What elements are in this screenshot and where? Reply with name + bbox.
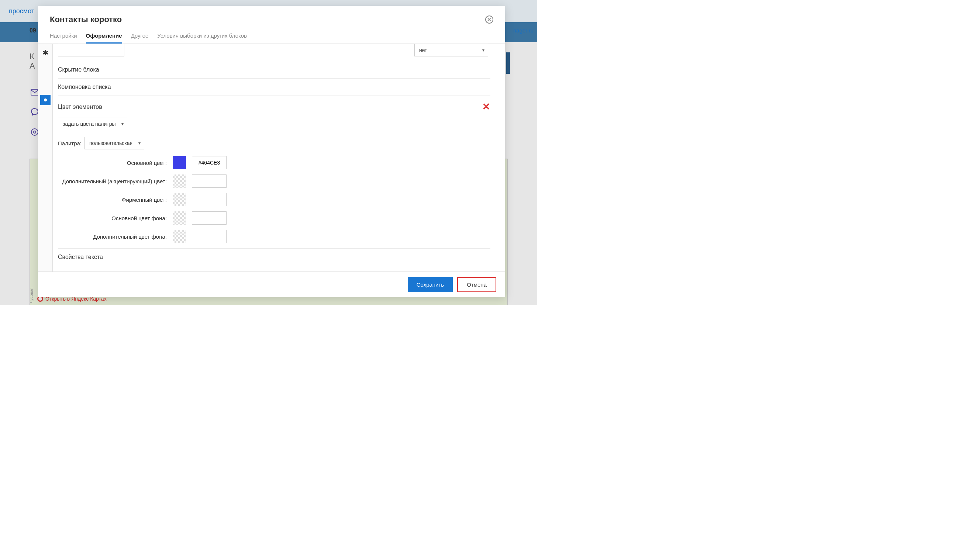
tab-conditions[interactable]: Условия выборки из других блоков: [157, 29, 247, 44]
section-text-props-title: Свойства текста: [58, 254, 490, 261]
color-input-bg-extra[interactable]: [192, 230, 227, 243]
color-label-accent: Дополнительный (акцентирующий) цвет:: [58, 178, 167, 184]
modal-title: Контакты коротко: [50, 15, 122, 24]
top-row: нет: [58, 44, 490, 61]
color-line-bg-extra: Дополнительный цвет фона:: [58, 230, 490, 243]
modal-header: Контакты коротко ✕: [38, 6, 505, 29]
section-layout-title: Компоновка списка: [58, 84, 490, 90]
delete-color-section[interactable]: ✕: [482, 101, 490, 112]
color-label-bg-main: Основной цвет фона:: [58, 215, 167, 221]
modal-footer: Сохранить Отмена: [38, 272, 505, 297]
color-section-body: задать цвета палитры Палитра: пользовате…: [58, 112, 490, 243]
section-text-props[interactable]: Свойства текста: [58, 249, 490, 265]
tab-other[interactable]: Другое: [131, 29, 149, 44]
palette-label: Палитра:: [58, 140, 82, 147]
color-mode-select[interactable]: задать цвета палитры: [58, 118, 127, 130]
palette-row: Палитра: пользовательская: [58, 137, 490, 150]
tab-design[interactable]: Оформление: [86, 29, 122, 44]
swatch-brand[interactable]: [173, 193, 186, 206]
modal-tabs: Настройки Оформление Другое Условия выбо…: [38, 29, 505, 44]
cancel-button[interactable]: Отмена: [457, 277, 496, 292]
rail-dot-icon: [40, 95, 51, 105]
modal-body: ✱ нет Скрытие блока Компоновка списк: [38, 44, 505, 272]
color-section-header: Цвет элементов ✕: [58, 101, 490, 112]
color-input-bg-main[interactable]: [192, 212, 227, 225]
section-element-colors: Цвет элементов ✕ задать цвета палитры Па…: [58, 96, 490, 249]
modal-content: нет Скрытие блока Компоновка списка Цвет…: [53, 44, 505, 272]
section-colors-title: Цвет элементов: [58, 104, 102, 110]
section-list-layout[interactable]: Компоновка списка: [58, 78, 490, 96]
palette-select-wrap: пользовательская: [85, 137, 144, 150]
width-input[interactable]: [58, 44, 124, 57]
tab-settings[interactable]: Настройки: [50, 29, 77, 44]
section-hide-block[interactable]: Скрытие блока: [58, 61, 490, 78]
color-line-accent: Дополнительный (акцентирующий) цвет:: [58, 174, 490, 188]
color-grid: Основной цвет: Дополнительный (акцентиру…: [58, 156, 490, 243]
color-input-brand[interactable]: [192, 193, 227, 206]
rail-star-icon: ✱: [40, 47, 51, 58]
modal: Контакты коротко ✕ Настройки Оформление …: [38, 6, 505, 297]
color-label-bg-extra: Дополнительный цвет фона:: [58, 233, 167, 240]
color-line-main: Основной цвет:: [58, 156, 490, 169]
section-hide-title: Скрытие блока: [58, 67, 490, 73]
top-right-select[interactable]: нет: [414, 44, 488, 57]
color-input-main[interactable]: [192, 156, 227, 169]
save-button[interactable]: Сохранить: [408, 277, 453, 292]
color-line-brand: Фирменный цвет:: [58, 193, 490, 206]
close-button[interactable]: ✕: [485, 15, 493, 24]
color-mode-select-wrap: задать цвета палитры: [58, 118, 127, 130]
swatch-accent[interactable]: [173, 174, 186, 188]
color-label-brand: Фирменный цвет:: [58, 197, 167, 203]
swatch-bg-extra[interactable]: [173, 230, 186, 243]
palette-select[interactable]: пользовательская: [85, 137, 144, 150]
color-line-bg-main: Основной цвет фона:: [58, 212, 490, 225]
top-right-select-wrap: нет: [414, 44, 488, 57]
swatch-main[interactable]: [173, 156, 186, 169]
color-input-accent[interactable]: [192, 174, 227, 188]
swatch-bg-main[interactable]: [173, 212, 186, 225]
left-rail: ✱: [38, 44, 53, 272]
color-label-main: Основной цвет:: [58, 160, 167, 166]
